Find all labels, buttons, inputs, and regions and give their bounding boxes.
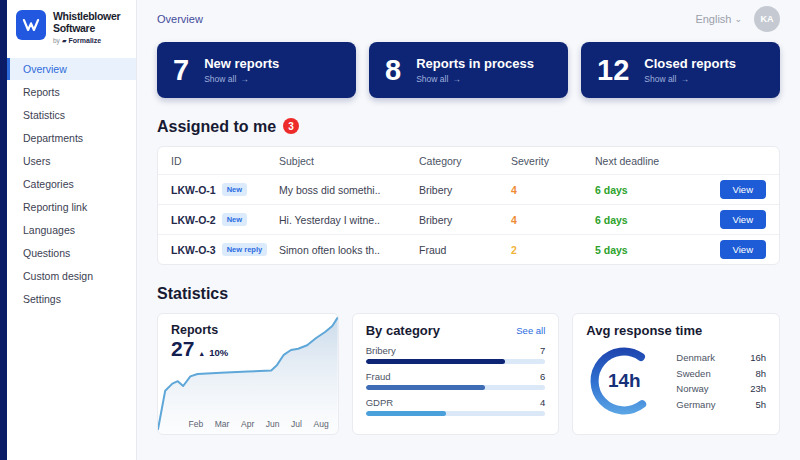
x-tick: Jun: [266, 419, 280, 429]
severity-value: 4: [511, 184, 595, 196]
formalize-logo-icon: ▰: [62, 37, 67, 44]
bar-value: 6: [540, 371, 545, 382]
legend-value: 5h: [755, 399, 766, 410]
sidebar-item-statistics[interactable]: Statistics: [7, 104, 136, 126]
table-row[interactable]: LKW-O-2 New Hi. Yesterday I witne.. Brib…: [158, 204, 779, 234]
show-all-label: Show all: [204, 74, 236, 84]
logo-title-line2: Software: [53, 22, 120, 34]
sidebar-item-categories[interactable]: Categories: [7, 173, 136, 195]
legend-value: 23h: [750, 383, 766, 394]
bar-fill: [366, 385, 486, 390]
sidebar-item-questions[interactable]: Questions: [7, 242, 136, 264]
x-tick: Aug: [314, 419, 329, 429]
app-logo[interactable]: Whistleblower Software by ▰ Formalize: [7, 0, 136, 56]
new-reports-count: 7: [173, 56, 189, 85]
show-all-label: Show all: [416, 74, 448, 84]
topbar-right: English ⌄ KA: [695, 6, 780, 32]
response-time-card: Avg response time: [572, 313, 780, 435]
bar-track: [366, 411, 546, 416]
stat-cards-row: 7 New reports Show all → 8 Reports in pr…: [157, 42, 780, 98]
show-all-link[interactable]: Show all →: [644, 74, 736, 84]
category-chart-card: By category See all Bribery 7 Fraud 6: [352, 313, 560, 435]
avatar[interactable]: KA: [754, 6, 780, 32]
sidebar: Whistleblower Software by ▰ Formalize Ov…: [7, 0, 137, 460]
donut-center-label: 14h: [586, 343, 662, 419]
new-reports-title: New reports: [204, 56, 279, 71]
view-button[interactable]: View: [720, 240, 766, 259]
stat-card-reports-in-process[interactable]: 8 Reports in process Show all →: [369, 42, 568, 98]
legend-row: Germany 5h: [676, 399, 766, 410]
closed-title: Closed reports: [644, 56, 736, 71]
report-category: Bribery: [419, 184, 511, 196]
severity-value: 4: [511, 214, 595, 226]
language-label: English: [695, 13, 731, 25]
legend-label: Germany: [676, 399, 715, 410]
sidebar-item-languages[interactable]: Languages: [7, 219, 136, 241]
sidebar-item-overview[interactable]: Overview: [7, 58, 136, 80]
trend-value: 10%: [209, 347, 228, 358]
reports-chart-card: Reports 27 ▲ 10% Feb Mar Apr Jun Jul Aug: [157, 313, 339, 435]
show-all-link[interactable]: Show all →: [204, 74, 279, 84]
table-row[interactable]: LKW-O-1 New My boss did somethi.. Briber…: [158, 174, 779, 204]
response-time-donut: 14h: [586, 343, 662, 419]
bar-group: Bribery 7: [366, 345, 546, 364]
bar-group: Fraud 6: [366, 371, 546, 390]
sidebar-item-reporting-link[interactable]: Reporting link: [7, 196, 136, 218]
sidebar-item-custom-design[interactable]: Custom design: [7, 265, 136, 287]
in-process-title: Reports in process: [416, 56, 534, 71]
main-content: Overview English ⌄ KA 7 New reports Show…: [137, 0, 800, 460]
reports-chart-title: Reports: [171, 323, 228, 337]
bar-track: [366, 359, 546, 364]
assigned-count-badge: 3: [283, 118, 299, 134]
logo-text: Whistleblower Software by ▰ Formalize: [53, 10, 120, 44]
show-all-link[interactable]: Show all →: [416, 74, 534, 84]
x-tick: Mar: [215, 419, 230, 429]
show-all-label: Show all: [644, 74, 676, 84]
sidebar-nav: Overview Reports Statistics Departments …: [7, 58, 136, 310]
app-window: Whistleblower Software by ▰ Formalize Ov…: [0, 0, 800, 460]
report-id-cell: LKW-O-1 New: [171, 183, 279, 196]
reports-chart-overlay: Reports 27 ▲ 10%: [171, 323, 228, 359]
legend-value: 8h: [755, 368, 766, 379]
assigned-section-header: Assigned to me 3: [157, 118, 780, 136]
assigned-table: ID Subject Category Severity Next deadli…: [157, 146, 780, 265]
arrow-right-icon: →: [680, 74, 689, 84]
category-chart-title: By category: [366, 323, 440, 338]
arrow-right-icon: →: [240, 74, 249, 84]
assigned-heading: Assigned to me: [157, 118, 276, 136]
report-subject: My boss did somethi..: [279, 184, 419, 196]
status-badge: New: [222, 183, 247, 196]
sidebar-item-settings[interactable]: Settings: [7, 288, 136, 310]
logo-title-line1: Whistleblower: [53, 10, 120, 22]
report-id-cell: LKW-O-3 New reply: [171, 243, 279, 256]
topbar: Overview English ⌄ KA: [157, 0, 780, 38]
legend-label: Norway: [676, 383, 708, 394]
report-category: Bribery: [419, 214, 511, 226]
bar-track: [366, 385, 546, 390]
sidebar-item-users[interactable]: Users: [7, 150, 136, 172]
deadline-value: 6 days: [595, 184, 710, 196]
sidebar-item-departments[interactable]: Departments: [7, 127, 136, 149]
legend-row: Denmark 16h: [676, 352, 766, 363]
stat-card-new-reports[interactable]: 7 New reports Show all →: [157, 42, 356, 98]
byline-prefix: by: [53, 37, 60, 44]
sidebar-item-reports[interactable]: Reports: [7, 81, 136, 103]
closed-count: 12: [597, 56, 629, 85]
breadcrumb[interactable]: Overview: [157, 13, 203, 25]
table-row[interactable]: LKW-O-3 New reply Simon often looks th..…: [158, 234, 779, 264]
see-all-link[interactable]: See all: [516, 325, 545, 336]
x-tick: Jul: [291, 419, 302, 429]
legend-row: Norway 23h: [676, 383, 766, 394]
stat-card-closed-reports[interactable]: 12 Closed reports Show all →: [581, 42, 780, 98]
report-subject: Hi. Yesterday I witne..: [279, 214, 419, 226]
view-button[interactable]: View: [720, 180, 766, 199]
view-button[interactable]: View: [720, 210, 766, 229]
statistics-heading: Statistics: [157, 285, 780, 303]
status-badge: New reply: [222, 243, 267, 256]
language-selector[interactable]: English ⌄: [695, 13, 742, 25]
response-time-title: Avg response time: [586, 323, 766, 338]
deadline-value: 6 days: [595, 214, 710, 226]
byline-brand: Formalize: [69, 37, 102, 44]
report-id: LKW-O-2: [171, 214, 216, 226]
bar-value: 4: [540, 397, 545, 408]
